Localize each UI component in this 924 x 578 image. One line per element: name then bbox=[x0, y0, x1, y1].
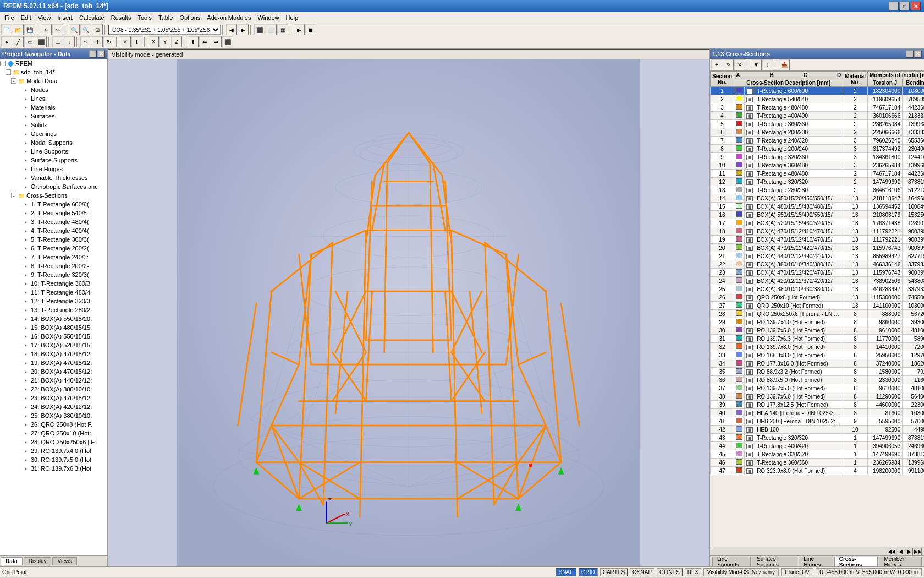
tree-item-cs25[interactable]: ▪25: BOX(A) 380/10/10: bbox=[0, 411, 107, 420]
table-row[interactable]: 39▦RO 177.8x12.5 (Hot Formed)84460000022… bbox=[711, 401, 925, 409]
tb-delete[interactable]: ✕ bbox=[120, 36, 131, 47]
table-row[interactable]: 35▦RO 88.9x3.2 (Hot Formed)8158000079200… bbox=[711, 368, 925, 376]
tb-open[interactable]: 📂 bbox=[13, 24, 24, 35]
tree-toggle-rfem[interactable]: - bbox=[0, 61, 6, 66]
table-row[interactable]: 8▦T-Rectangle 200/2403317374492230400016 bbox=[711, 145, 925, 153]
table-row[interactable]: 45▦T-Rectangle 320/320114749969087381337… bbox=[711, 450, 925, 459]
table-row[interactable]: 41▦HEB 200 | Ferona - DIN 1025-2:1995955… bbox=[711, 417, 925, 426]
menu-options[interactable]: Options bbox=[176, 13, 204, 22]
tree-item-lines[interactable]: ▪Lines bbox=[0, 94, 107, 103]
table-row[interactable]: 26▦QRO 250x8 (Hot Formed)131153000007455… bbox=[711, 293, 925, 302]
menu-edit[interactable]: Edit bbox=[18, 13, 35, 22]
table-row[interactable]: 37▦RO 139.7x5.0 (Hot Formed)896100004810… bbox=[711, 384, 925, 392]
tb-render[interactable]: ⬛ bbox=[254, 24, 265, 35]
tree-item-rfem[interactable]: -🔷RFEM bbox=[0, 59, 107, 68]
tb-select[interactable]: ↖ bbox=[80, 36, 91, 47]
maximize-btn[interactable]: □ bbox=[900, 2, 910, 10]
right-panel-close[interactable]: ✕ bbox=[914, 50, 922, 58]
rt-delete[interactable]: ✕ bbox=[734, 59, 745, 70]
tb-undo[interactable]: ↩ bbox=[41, 24, 52, 35]
rt-edit[interactable]: ✎ bbox=[723, 59, 734, 70]
tree-item-cs6[interactable]: ▪6: T-Rectangle 200/2( bbox=[0, 244, 107, 253]
left-tab-views[interactable]: Views bbox=[52, 557, 77, 565]
tree-item-cs14[interactable]: ▪14: BOX(A) 550/15/20: bbox=[0, 314, 107, 323]
tb-support[interactable]: ⊥ bbox=[52, 36, 63, 47]
table-row[interactable]: 15▦BOX(A) 480/15/15/430/480/15/131365944… bbox=[711, 203, 925, 211]
tree-item-surfaces[interactable]: ▪Surfaces bbox=[0, 112, 107, 121]
table-row[interactable]: 4▦T-Rectangle 400/4002360106666213333350 bbox=[711, 112, 925, 120]
table-row[interactable]: 17▦BOX(A) 520/15/15/460/520/15/131763714… bbox=[711, 219, 925, 227]
tb-solid[interactable]: ⬛ bbox=[36, 36, 47, 47]
viewport[interactable]: Visibility mode - generated bbox=[108, 49, 710, 566]
table-row[interactable]: 24▦BOX(A) 420/12/12/370/420/12/137389025… bbox=[711, 277, 925, 285]
tree-item-cs15[interactable]: ▪15: BOX(A) 480/15/15: bbox=[0, 323, 107, 332]
table-row[interactable]: 23▦BOX(A) 470/15/12/420/470/15/131159767… bbox=[711, 269, 925, 277]
tab-line-hinges[interactable]: Line Hinges bbox=[799, 557, 833, 566]
close-btn[interactable]: ✕ bbox=[911, 2, 921, 10]
tb-zoom-out[interactable]: 🔍 bbox=[80, 24, 91, 35]
table-row[interactable]: 21▦BOX(A) 440/12/12/390/440/12/138559894… bbox=[711, 252, 925, 260]
tree-item-line_supports[interactable]: ▪Line Supports bbox=[0, 147, 107, 156]
minimize-btn[interactable]: _ bbox=[889, 2, 899, 10]
rt-new[interactable]: + bbox=[711, 59, 722, 70]
tree-item-cs3[interactable]: ▪3: T-Rectangle 480/4( bbox=[0, 217, 107, 226]
table-row[interactable]: 31▦RO 139.7x6.3 (Hot Formed)811770000589… bbox=[711, 335, 925, 343]
menu-calculate[interactable]: Calculate bbox=[76, 13, 108, 22]
tree-item-cs22[interactable]: ▪22: BOX(A) 380/10/10: bbox=[0, 385, 107, 394]
tree-item-cs9[interactable]: ▪9: T-Rectangle 320/3( bbox=[0, 270, 107, 279]
tree-area[interactable]: -🔷RFEM-📁sdo_tob_14*-📁Model Data▪Nodes▪Li… bbox=[0, 59, 107, 555]
table-row[interactable]: 42▦HEB 10010925004495000 bbox=[711, 426, 925, 434]
status-dfx[interactable]: DFX bbox=[685, 568, 701, 576]
table-row[interactable]: 20▦BOX(A) 470/15/12/420/470/15/131159767… bbox=[711, 244, 925, 252]
nav-last[interactable]: ▶▶ bbox=[914, 548, 922, 555]
load-combo[interactable]: CO8 - 1.35*ZS1 + 1.05*ZS5 + 1.05*ZS6 bbox=[108, 25, 221, 35]
table-row[interactable]: 46▦T-Rectangle 360/360123626598413996800… bbox=[711, 459, 925, 467]
table-row[interactable]: 33▦RO 168.3x8.0 (Hot Formed)825950000129… bbox=[711, 351, 925, 359]
tb-3d[interactable]: ▦ bbox=[277, 24, 288, 35]
table-row[interactable]: 47▦RO 323.9x8.0 (Hot Formed)419820000099… bbox=[711, 467, 925, 475]
menu-window[interactable]: Window bbox=[254, 13, 282, 22]
menu-table[interactable]: Table bbox=[155, 13, 176, 22]
menu-tools[interactable]: Tools bbox=[134, 13, 155, 22]
tb-zoom-all[interactable]: ⊡ bbox=[92, 24, 103, 35]
tree-item-modeldata[interactable]: -📁Model Data bbox=[0, 77, 107, 85]
tb-redo[interactable]: ↪ bbox=[52, 24, 63, 35]
rt-sort[interactable]: ↕ bbox=[762, 59, 773, 70]
tb-prev[interactable]: ◀ bbox=[226, 24, 237, 35]
table-row[interactable]: 34▦RO 177.8x10.0 (Hot Formed)83724000018… bbox=[711, 359, 925, 368]
tb-surface[interactable]: ▭ bbox=[24, 36, 35, 47]
table-row[interactable]: 40▦HEA 140 | Ferona - DIN 1025-3:1994881… bbox=[711, 409, 925, 417]
left-panel-close[interactable]: ✕ bbox=[97, 50, 105, 58]
tab-line-supports[interactable]: Line Supports bbox=[712, 557, 751, 566]
tree-item-cs21[interactable]: ▪21: BOX(A) 440/12/12: bbox=[0, 376, 107, 385]
tb-axis-x[interactable]: X bbox=[148, 36, 159, 47]
viewport-canvas[interactable]: X Y Z bbox=[108, 59, 709, 566]
tb-view-front[interactable]: ⬅ bbox=[199, 36, 210, 47]
table-row[interactable]: 44▦T-Rectangle 400/420139490605324696002… bbox=[711, 442, 925, 450]
table-row[interactable]: 19▦BOX(A) 470/15/12/410/470/15/131117922… bbox=[711, 236, 925, 244]
tree-item-ortho[interactable]: ▪Orthotropic Surfaces anc bbox=[0, 182, 107, 191]
table-row[interactable]: 14▦BOX(A) 550/15/20/450/550/15/132181186… bbox=[711, 194, 925, 203]
tree-item-cs13[interactable]: ▪13: T-Rectangle 280/2: bbox=[0, 306, 107, 314]
tree-item-cs30[interactable]: ▪30: RO 139.7x5.0 (Hot: bbox=[0, 455, 107, 464]
tb-view-3d[interactable]: ⬛ bbox=[222, 36, 233, 47]
table-row[interactable]: 38▦RO 139.7x6.0 (Hot Formed)811290000564… bbox=[711, 392, 925, 401]
menu-results[interactable]: Results bbox=[108, 13, 135, 22]
left-tab-display[interactable]: Display bbox=[24, 557, 52, 565]
table-row[interactable]: 12▦T-Rectangle 320/320214749969087381337… bbox=[711, 178, 925, 186]
menu-file[interactable]: File bbox=[1, 13, 18, 22]
tree-item-cs31[interactable]: ▪31: RO 139.7x6.3 (Hot: bbox=[0, 464, 107, 473]
tree-item-openings[interactable]: ▪Openings bbox=[0, 129, 107, 138]
tree-item-cs7[interactable]: ▪7: T-Rectangle 240/3: bbox=[0, 253, 107, 261]
tree-item-cs10[interactable]: ▪10: T-Rectangle 360/3: bbox=[0, 279, 107, 288]
table-row[interactable]: 18▦BOX(A) 470/15/12/410/470/15/131117922… bbox=[711, 227, 925, 236]
tb-stop[interactable]: ⏹ bbox=[305, 24, 316, 35]
tab-cross-sections[interactable]: Cross-Sections bbox=[834, 557, 878, 566]
tree-item-solids[interactable]: ▪Solids bbox=[0, 121, 107, 129]
menu-help[interactable]: Help bbox=[283, 13, 302, 22]
tree-item-cs4[interactable]: ▪4: T-Rectangle 400/4( bbox=[0, 226, 107, 235]
rt-export[interactable]: 📤 bbox=[779, 59, 790, 70]
rt-filter[interactable]: ▼ bbox=[751, 59, 762, 70]
tree-item-cs18[interactable]: ▪18: BOX(A) 470/15/12: bbox=[0, 350, 107, 358]
tb-move[interactable]: ✛ bbox=[92, 36, 103, 47]
